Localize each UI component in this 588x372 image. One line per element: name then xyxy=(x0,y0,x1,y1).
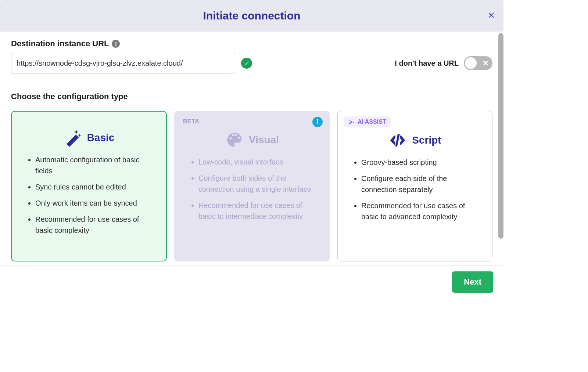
destination-url-label: Destination instance URL ! xyxy=(11,39,492,48)
close-icon[interactable] xyxy=(487,11,495,21)
list-item: Configure each side of the connection se… xyxy=(361,173,484,195)
valid-url-check-icon xyxy=(241,58,252,69)
config-card-visual[interactable]: BETA ! Visual Low-code, visual interface… xyxy=(174,111,330,261)
list-item: Recommended for use cases of basic compl… xyxy=(35,214,158,236)
modal-header: Initiate connection xyxy=(0,0,503,32)
sparkle-wand-icon xyxy=(348,119,355,125)
list-item: Automatic configuration of basic fields xyxy=(35,154,158,176)
card-script-title: Script xyxy=(412,134,441,146)
initiate-connection-modal: Initiate connection Destination instance… xyxy=(0,0,503,303)
config-card-basic[interactable]: Basic Automatic configuration of basic f… xyxy=(11,111,167,261)
list-item: Low-code, visual interface xyxy=(198,156,321,167)
ai-assist-badge: AI ASSIST xyxy=(344,116,391,127)
no-url-group: I don't have a URL ✕ xyxy=(395,56,492,70)
list-item: Only work items can be synced xyxy=(35,198,158,209)
destination-url-row: I don't have a URL ✕ xyxy=(11,53,492,73)
list-item: Sync rules cannot be edited xyxy=(35,181,158,192)
config-type-heading: Choose the configuration type xyxy=(11,92,492,101)
ai-assist-label: AI ASSIST xyxy=(358,119,386,125)
destination-url-input[interactable] xyxy=(11,53,235,73)
beta-info-icon[interactable]: ! xyxy=(312,117,323,127)
code-icon xyxy=(388,131,407,149)
destination-url-label-text: Destination instance URL xyxy=(11,39,109,48)
modal-body: Destination instance URL ! I don't have … xyxy=(0,32,503,265)
card-basic-title: Basic xyxy=(87,132,115,144)
card-basic-bullets: Automatic configuration of basic fields … xyxy=(20,154,158,236)
toggle-knob xyxy=(465,57,477,69)
no-url-label: I don't have a URL xyxy=(395,59,459,68)
list-item: Recommended for use cases of basic to ad… xyxy=(361,200,484,222)
card-visual-header: Visual xyxy=(183,131,321,149)
config-cards-row: Basic Automatic configuration of basic f… xyxy=(11,111,492,261)
card-visual-title: Visual xyxy=(249,134,279,146)
card-script-header: Script xyxy=(346,131,484,149)
info-icon[interactable]: ! xyxy=(112,40,120,48)
magic-wand-icon xyxy=(64,129,82,147)
card-visual-bullets: Low-code, visual interface Configure bot… xyxy=(183,156,321,222)
list-item: Groovy-based scripting xyxy=(361,157,484,168)
list-item: Configure both sides of the connection u… xyxy=(198,173,321,195)
config-card-script[interactable]: AI ASSIST Script Groovy-based scripting … xyxy=(337,111,492,261)
modal-title: Initiate connection xyxy=(203,10,300,22)
list-item: Recommended for use cases of basic to in… xyxy=(198,200,321,222)
card-basic-header: Basic xyxy=(20,129,158,147)
no-url-toggle[interactable]: ✕ xyxy=(464,56,492,70)
palette-icon xyxy=(225,131,244,149)
beta-badge: BETA xyxy=(183,118,199,125)
card-script-bullets: Groovy-based scripting Configure each si… xyxy=(346,157,484,222)
toggle-off-x-icon: ✕ xyxy=(483,59,489,68)
modal-footer: Next xyxy=(0,265,503,303)
next-button[interactable]: Next xyxy=(452,271,493,293)
